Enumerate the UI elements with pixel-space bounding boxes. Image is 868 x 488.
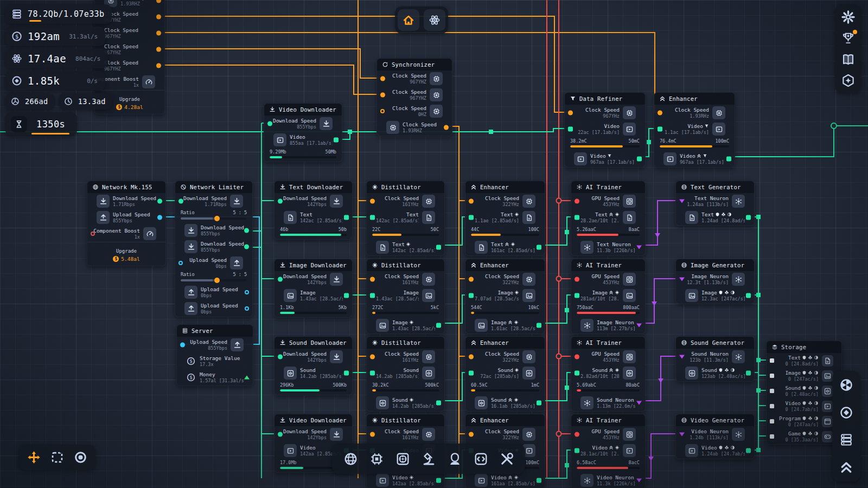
port-clock-speed[interactable]: Clock Speed322YHz — [465, 426, 545, 442]
node-storage[interactable]: StorageText0 [24.8ad/s]Image0 [247ac/s]S… — [766, 341, 842, 445]
port-text[interactable]: Text142ac [2.85ad/s] — [367, 239, 444, 255]
port-sound-neuron[interactable]: Sound Neuron1.13m [22.6m/s] — [571, 395, 645, 411]
resource-pill-hourglass[interactable]: 1350s — [5, 112, 77, 136]
output-dot[interactable] — [244, 376, 250, 380]
input-dot[interactable] — [469, 432, 474, 437]
ratio-slider[interactable] — [181, 279, 247, 281]
output-dot[interactable] — [244, 245, 249, 249]
input-dot[interactable] — [91, 232, 95, 236]
output-dot[interactable] — [746, 371, 751, 376]
input-dot[interactable] — [575, 432, 579, 437]
port-video-neuron[interactable]: Video Neuron11.3k [226k/s] — [571, 472, 645, 488]
port-video[interactable]: Video967aa [17.1ab/s] — [654, 151, 735, 167]
port-download-speed[interactable]: Download Speed1.71Rbps — [87, 193, 165, 209]
port-download-speed[interactable]: Download Speed855Ybps — [175, 239, 252, 255]
node-distillator[interactable]: DistillatorClock Speed161YHzImage1.43ac … — [366, 259, 445, 334]
port-text[interactable]: Text1.1ae [2.85ad/s] — [465, 209, 545, 226]
port-download-speed[interactable]: Download Speed142Ybps — [275, 349, 352, 365]
output-dot[interactable] — [636, 479, 642, 483]
input-dot[interactable] — [575, 277, 579, 282]
port-clock-speed[interactable]: Clock Speed161YHz — [367, 349, 444, 365]
ratio-slider[interactable] — [181, 217, 247, 220]
port-game[interactable]: Game0 [35.3aa/s] — [767, 429, 841, 444]
input-dot[interactable] — [380, 93, 385, 98]
port-clock-speed[interactable]: Clock Speed161YHz — [367, 193, 444, 209]
port-sound[interactable]: Sound14.2ab [285ab/s] — [367, 395, 444, 411]
output-dot[interactable] — [537, 478, 541, 483]
input-dot[interactable] — [370, 293, 375, 298]
output-dot[interactable] — [436, 323, 441, 328]
output-dot[interactable] — [156, 47, 161, 52]
output-dot[interactable] — [636, 324, 642, 328]
port-image-neuron[interactable]: Image Neuron113m [2.27b/s] — [571, 317, 645, 333]
server-button[interactable] — [839, 432, 854, 447]
input-dot[interactable] — [370, 199, 375, 204]
node-image-generator[interactable]: Image GeneratorImage Neuron12.3t [1.13b/… — [675, 259, 755, 304]
output-dot[interactable] — [245, 290, 249, 294]
port-sound[interactable]: Sound72ac [285ab/s] — [465, 365, 545, 381]
node-sound-downloader[interactable]: Sound DownloaderDownload Speed142YbpsSou… — [274, 336, 353, 395]
port-sound[interactable]: Sound0 [2.48ac/s] — [767, 383, 841, 399]
input-dot[interactable] — [278, 355, 283, 359]
output-dot[interactable] — [444, 125, 449, 130]
port-gpu-speed[interactable]: GPU Speed453YHz — [571, 349, 645, 365]
port-clock-speed[interactable]: Clock Speed1.93RHZ — [377, 119, 452, 136]
book-button[interactable] — [841, 52, 856, 67]
input-dot[interactable] — [370, 355, 375, 359]
port-clock-speed[interactable]: Clock Speed0HZ — [377, 103, 452, 119]
home-button[interactable] — [398, 9, 419, 31]
input-dot[interactable] — [658, 111, 662, 115]
port-upload-speed[interactable]: Upload Speed0bps — [175, 300, 252, 317]
input-dot[interactable] — [575, 215, 579, 220]
node-video-downloader[interactable]: Video DownloaderDownload Speed855YbpsVid… — [264, 103, 342, 162]
port-video[interactable]: Video161aa [2.85ab/s] — [465, 472, 545, 488]
node-enhancer[interactable]: EnhancerClock Speed322YHzText1.1ae [2.85… — [465, 181, 545, 256]
ratio-slider-knob[interactable] — [214, 278, 220, 283]
input-dot[interactable] — [575, 199, 579, 204]
port-sound[interactable]: Sound16.1ab [285ab/s] — [465, 395, 545, 411]
input-dot[interactable] — [469, 215, 474, 220]
port-sound-neuron[interactable]: Sound Neuron123b [11.3m/s] — [676, 349, 754, 365]
port-text[interactable]: Text0 [24.8ad/s] — [767, 353, 841, 368]
resource-pill-disc[interactable]: 1.85k0/s — [5, 71, 105, 91]
output-dot[interactable] — [636, 401, 642, 405]
node-ai-trainer[interactable]: AI TrainerGPU Speed453YHzText28.2ae/10t … — [571, 181, 646, 256]
upgrade-button[interactable]: Upgrade$5.48al — [87, 242, 165, 266]
port-download-speed[interactable]: Download Speed1.71Rbps — [175, 193, 252, 209]
port-image[interactable]: Image281ad/10t [28.5ac/s] — [571, 287, 645, 304]
input-dot[interactable] — [770, 404, 774, 408]
output-dot[interactable] — [746, 293, 751, 298]
port-gpu-speed[interactable]: GPU Speed453YHz — [571, 271, 645, 287]
port-text[interactable]: Text161ac [2.85ad/s] — [465, 239, 545, 255]
output-dot[interactable] — [157, 199, 162, 204]
port-download-speed[interactable]: Download Speed855Ybps — [264, 115, 342, 132]
output-dot[interactable] — [245, 306, 249, 311]
input-dot[interactable] — [278, 432, 283, 437]
chev-button[interactable] — [839, 460, 854, 475]
port-upload-speed[interactable]: Upload Speed855Ybps — [177, 337, 253, 353]
output-dot[interactable] — [436, 245, 441, 250]
output-dot[interactable] — [637, 157, 642, 162]
node-synchronizer[interactable]: SynchronizerClock Speed967YHZClock Speed… — [376, 58, 452, 136]
port-clock-speed[interactable]: Clock Speed967YHZ — [377, 70, 452, 87]
port-text[interactable]: Text28.2ae/10t [2.85ad/s] — [571, 209, 645, 226]
port-clock-speed[interactable]: Clock Speed161YHz — [367, 271, 444, 287]
output-dot[interactable] — [344, 215, 349, 220]
input-dot[interactable] — [575, 355, 579, 359]
input-dot[interactable] — [568, 127, 573, 132]
node-text-downloader[interactable]: Text DownloaderDownload Speed142YbpsText… — [274, 181, 353, 240]
code-button[interactable] — [473, 451, 489, 467]
port-gpu-speed[interactable]: GPU Speed453YHz — [571, 426, 645, 442]
move-button[interactable] — [27, 450, 41, 465]
port-video[interactable]: Video1.24ab [24.7ab/s] — [676, 442, 754, 459]
input-dot[interactable] — [370, 215, 375, 220]
port-clock-speed[interactable]: Clock Speed322YHz — [465, 349, 545, 365]
node-server[interactable]: ServerUpload Speed855YbpsStorage Value17… — [176, 324, 253, 386]
output-dot[interactable] — [746, 215, 751, 220]
port-download-speed[interactable]: Download Speed142Ybps — [275, 426, 352, 442]
port-text[interactable]: Text142ac [2.85ad/s] — [367, 209, 444, 226]
node-ai-trainer[interactable]: AI TrainerGPU Speed453YHzImage281ad/10t … — [571, 259, 646, 334]
hexspark-button[interactable] — [841, 73, 856, 88]
shutter-button[interactable] — [839, 377, 854, 393]
output-dot[interactable] — [726, 157, 731, 162]
